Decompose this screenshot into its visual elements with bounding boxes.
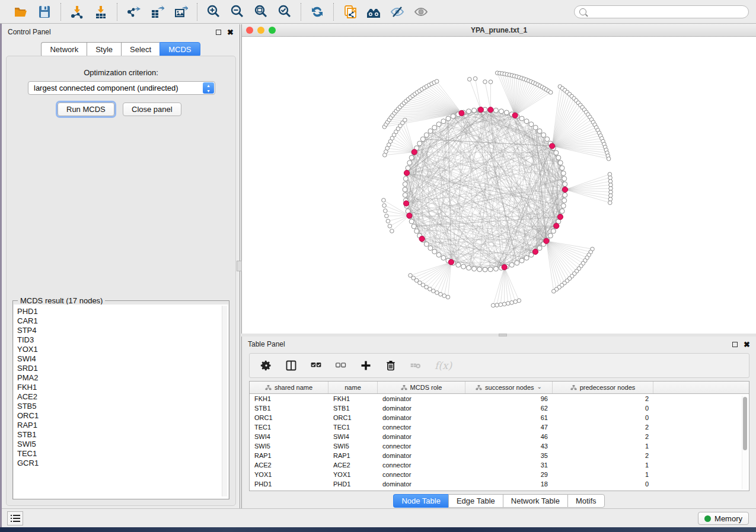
table-panel-tabs: Node TableEdge TableNetwork TableMotifs: [242, 494, 756, 508]
mcds-result-item[interactable]: TEC1: [17, 449, 228, 459]
table-cell: dominator: [378, 395, 465, 402]
table-row[interactable]: TEC1TEC1connector472: [250, 422, 749, 432]
hide-selected-icon[interactable]: [390, 4, 405, 20]
table-cell: connector: [378, 471, 465, 478]
column-header-shared-name[interactable]: shared name: [250, 382, 328, 393]
deselect-all-icon[interactable]: [335, 360, 347, 371]
zoom-out-icon[interactable]: [229, 4, 245, 20]
column-header-successor-nodes[interactable]: successor nodes⌄: [465, 382, 553, 393]
toolbar-group: [5, 4, 60, 20]
table-scrollbar[interactable]: [742, 396, 748, 489]
table-cell: YOX1: [328, 471, 378, 478]
mcds-result-item[interactable]: STP4: [17, 326, 228, 335]
optimization-criterion-select[interactable]: largest connected component (undirected)…: [28, 81, 215, 95]
mcds-result-list[interactable]: PHD1CAR1STP4TID3YOX1SWI4SRD1PMA2FKH1ACE2…: [14, 305, 228, 499]
network-window-title: YPA_prune.txt_1: [242, 26, 756, 34]
mcds-result-item[interactable]: FKH1: [17, 383, 228, 392]
search-input[interactable]: [589, 8, 744, 16]
column-header-name[interactable]: name: [328, 382, 378, 393]
export-table-icon[interactable]: [149, 4, 165, 20]
close-panel-button[interactable]: Close panel: [123, 102, 181, 116]
tab-network[interactable]: Network: [41, 42, 87, 57]
mcds-result-item[interactable]: SRD1: [17, 364, 228, 373]
table-cell: PHD1: [328, 480, 378, 488]
clone-network-icon[interactable]: [342, 4, 358, 20]
tab-motifs[interactable]: Motifs: [567, 494, 605, 508]
mcds-result-item[interactable]: PMA2: [17, 373, 228, 383]
close-table-panel-icon[interactable]: ✖: [744, 342, 750, 347]
column-label: predecessor nodes: [580, 384, 636, 391]
close-panel-icon[interactable]: ✖: [227, 30, 234, 35]
search-box[interactable]: [574, 5, 749, 18]
tree-icon: [265, 384, 272, 391]
tab-mcds[interactable]: MCDS: [160, 42, 200, 57]
mcds-result-item[interactable]: STB5: [17, 402, 228, 411]
float-panel-icon[interactable]: [216, 30, 221, 35]
mcds-result-item[interactable]: SWI4: [17, 354, 228, 364]
table-cell: 0: [553, 405, 653, 412]
table-cell: 1: [553, 443, 653, 450]
first-neighbors-icon[interactable]: [366, 4, 381, 20]
zoom-fit-icon[interactable]: [253, 4, 269, 20]
refresh-icon[interactable]: [310, 4, 325, 20]
run-mcds-button[interactable]: Run MCDS: [58, 102, 114, 116]
mcds-result-item[interactable]: SWI5: [17, 440, 228, 449]
tab-select[interactable]: Select: [121, 42, 160, 57]
tab-edge-table[interactable]: Edge Table: [448, 494, 503, 508]
zoom-selected-icon[interactable]: [277, 4, 292, 20]
task-history-button[interactable]: [7, 511, 23, 525]
mcds-result-item[interactable]: YOX1: [17, 345, 228, 354]
add-icon[interactable]: [360, 360, 372, 371]
table-cell: 31: [465, 462, 553, 469]
export-network-icon[interactable]: [126, 4, 141, 20]
open-file-icon[interactable]: [13, 4, 28, 20]
export-image-icon[interactable]: [173, 4, 189, 20]
node-table: shared namenameMCDS rolesuccessor nodes⌄…: [249, 381, 749, 491]
vertical-splitter-grip[interactable]: [237, 261, 242, 271]
tab-style[interactable]: Style: [87, 42, 121, 57]
table-cell: ACE2: [250, 462, 328, 469]
float-table-panel-icon[interactable]: [732, 342, 738, 347]
select-all-icon[interactable]: [310, 360, 322, 371]
network-canvas[interactable]: [242, 37, 756, 334]
toolbar-group: [197, 4, 301, 20]
show-all-icon[interactable]: [413, 4, 429, 20]
table-row[interactable]: YOX1YOX1connector291: [250, 470, 749, 479]
column-icon[interactable]: [285, 360, 297, 371]
memory-button[interactable]: Memory: [698, 512, 749, 525]
save-session-icon[interactable]: [37, 4, 52, 20]
mcds-result-item[interactable]: STB1: [17, 430, 228, 440]
mcds-result-item[interactable]: GCR1: [17, 459, 228, 468]
table-row[interactable]: SWI5SWI5connector431: [250, 441, 749, 451]
table-row[interactable]: SWI4SWI4dominator462: [250, 432, 749, 441]
table-row[interactable]: ORC1ORC1dominator610: [250, 413, 749, 422]
table-cell: connector: [378, 443, 465, 450]
table-cell: 96: [465, 395, 553, 402]
gear-icon[interactable]: [260, 360, 272, 371]
result-scrollbar[interactable]: [222, 306, 227, 496]
delete-icon[interactable]: [385, 360, 397, 371]
mcds-result-item[interactable]: ORC1: [17, 411, 228, 421]
mcds-result-item[interactable]: TID3: [17, 335, 228, 345]
column-header-predecessor-nodes[interactable]: predecessor nodes: [553, 382, 653, 393]
mcds-result-item[interactable]: RAP1: [17, 421, 228, 430]
table-row[interactable]: FKH1FKH1dominator962: [250, 394, 749, 403]
zoom-in-icon[interactable]: [206, 4, 221, 20]
tab-network-table[interactable]: Network Table: [503, 494, 567, 508]
import-table-icon[interactable]: [93, 4, 109, 20]
mcds-result-item[interactable]: CAR1: [17, 316, 228, 326]
table-row[interactable]: PHD1PHD1dominator180: [250, 479, 749, 489]
tab-node-table[interactable]: Node Table: [393, 494, 448, 508]
table-cell: SWI5: [250, 443, 328, 450]
mcds-result-item[interactable]: PHD1: [17, 307, 228, 316]
network-graph[interactable]: [242, 37, 756, 334]
column-header-MCDS-role[interactable]: MCDS role: [378, 382, 465, 393]
table-row[interactable]: STB1STB1dominator620: [250, 403, 749, 413]
import-network-icon[interactable]: [69, 4, 85, 20]
table-cell: 1: [553, 471, 653, 478]
network-window-titlebar[interactable]: YPA_prune.txt_1: [242, 24, 756, 37]
table-row[interactable]: RAP1RAP1dominator352: [250, 451, 749, 460]
mcds-result-item[interactable]: ACE2: [17, 392, 228, 402]
table-panel: Table Panel ✖ f(x) shared namenameMCDS r…: [241, 336, 756, 508]
table-row[interactable]: ACE2ACE2connector311: [250, 460, 749, 470]
